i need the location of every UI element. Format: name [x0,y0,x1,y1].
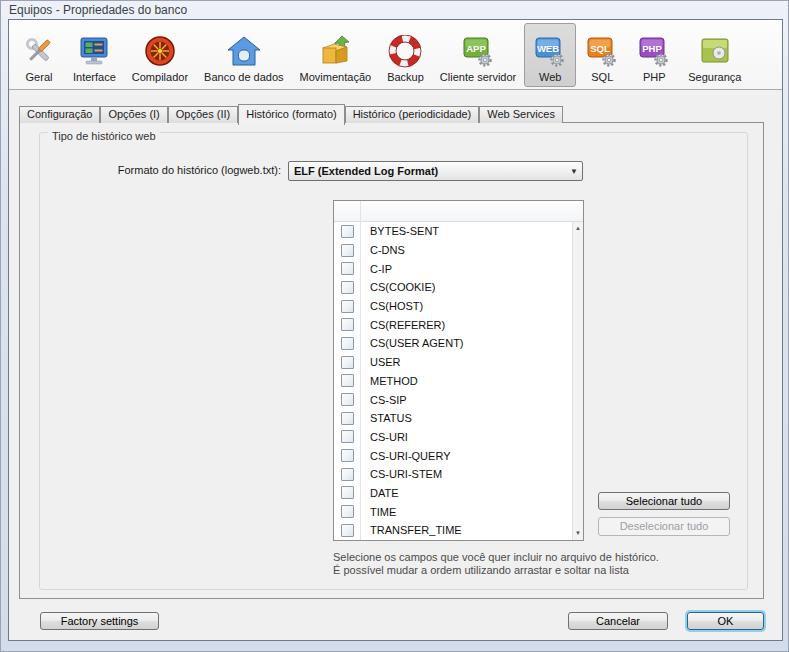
tools-icon [21,35,57,69]
tab-opcoes-2[interactable]: Opções (II) [168,106,238,123]
toolbar-item-seguranca[interactable]: Segurança [680,23,749,87]
tab-opcoes-1[interactable]: Opções (I) [100,106,167,123]
gear-icon [656,55,667,66]
web-log-type-group: Tipo de histórico web Formato do históri… [39,132,748,590]
toolbar-item-label: PHP [643,71,666,83]
field-checkbox[interactable] [341,412,354,425]
toolbar-item-label: Compilador [132,71,188,83]
settings-tabs: Configuração Opções (I) Opções (II) Hist… [19,105,563,123]
cancel-button[interactable]: Cancelar [568,612,668,630]
scroll-up-icon[interactable]: ▲ [573,223,583,234]
field-label: METHOD [361,375,418,387]
list-item[interactable]: METHOD [334,372,572,391]
gear-icon [552,55,563,66]
list-item[interactable]: TRANSFER_TIME [334,521,572,540]
field-checkbox[interactable] [341,337,354,350]
toolbar-item-banco-de-dados[interactable]: Banco de dados [196,23,292,87]
field-label: CS-URI-QUERY [361,450,450,462]
list-item[interactable]: CS(HOST) [334,297,572,316]
list-item[interactable]: CS-SIP [334,390,572,409]
field-checkbox[interactable] [341,449,354,462]
field-checkbox[interactable] [341,430,354,443]
dialog-client-area: Geral Interface [8,19,783,641]
field-checkbox[interactable] [341,318,354,331]
list-item[interactable]: TIME [334,502,572,521]
toolbar-item-geral[interactable]: Geral [13,23,65,87]
field-label: CS(USER AGENT) [361,337,464,349]
toolbar-item-php[interactable]: PHP PHP [628,23,680,87]
field-label: CS(COOKIE) [361,281,435,293]
toolbar-item-label: Segurança [688,71,741,83]
tab-historico-periodicidade[interactable]: Histórico (periodicidade) [345,106,480,123]
field-checkbox[interactable] [341,300,354,313]
factory-settings-button[interactable]: Factory settings [40,612,159,630]
toolbar-item-web[interactable]: WEB Web [524,23,576,87]
log-fields-list[interactable]: BYTES-SENT C-DNS C-IP CS(COOKIE) CS(HOST… [333,200,584,541]
tab-web-services[interactable]: Web Services [479,106,563,123]
field-label: CS-SIP [361,394,407,406]
field-label: DATE [361,487,399,499]
list-hint-text: Selecione os campos que você quer inclui… [333,551,763,576]
toolbar-item-sql[interactable]: SQL SQL [576,23,628,87]
toolbar-item-backup[interactable]: Backup [379,23,432,87]
list-item[interactable]: CS-URI-STEM [334,465,572,484]
toolbar-item-interface[interactable]: Interface [65,23,124,87]
field-checkbox[interactable] [341,281,354,294]
list-item[interactable]: DATE [334,484,572,503]
database-house-icon [226,35,262,69]
list-item[interactable]: BYTES-SENT [334,222,572,241]
tab-historico-formato[interactable]: Histórico (formato) [238,104,344,125]
field-label: CS(HOST) [361,300,423,312]
list-item[interactable]: CS-URI-QUERY [334,446,572,465]
app-gear-icon: APP [460,35,496,69]
toolbar-item-cliente-servidor[interactable]: APP Cliente servidor [432,23,524,87]
list-item[interactable]: CS-URI [334,428,572,447]
titlebar[interactable]: Equipos - Propriedades do banco [1,1,788,19]
svg-text:PHP: PHP [642,43,662,54]
field-checkbox[interactable] [341,524,354,537]
field-checkbox[interactable] [341,225,354,238]
ok-button[interactable]: OK [687,612,764,630]
toolbar-item-compilador[interactable]: Compilador [124,23,196,87]
list-item[interactable]: STATUS [334,409,572,428]
field-label: C-DNS [361,244,405,256]
field-checkbox[interactable] [341,393,354,406]
hint-line-2: É possível mudar a ordem utilizando arra… [333,564,763,577]
list-item[interactable]: CS(REFERER) [334,315,572,334]
toolbar-item-label: Interface [73,71,116,83]
field-checkbox[interactable] [341,505,354,518]
field-checkbox[interactable] [341,262,354,275]
web-gear-icon: WEB [532,35,568,69]
field-checkbox[interactable] [341,374,354,387]
field-label: CS(REFERER) [361,319,445,331]
list-item[interactable]: USER [334,353,572,372]
tab-configuracao[interactable]: Configuração [19,106,100,123]
gear-icon [604,55,615,66]
window-title: Equipos - Propriedades do banco [9,3,187,17]
list-scrollbar[interactable]: ▲ ▼ [572,222,583,540]
list-item[interactable]: C-DNS [334,241,572,260]
list-item[interactable]: C-IP [334,259,572,278]
package-arrow-icon [317,35,353,69]
list-header [334,201,583,222]
list-item[interactable]: CS(COOKIE) [334,278,572,297]
toolbar-item-label: Cliente servidor [440,71,516,83]
field-checkbox[interactable] [341,356,354,369]
log-format-select[interactable]: ELF (Extended Log Format) ▼ [288,161,583,181]
column-divider [360,201,361,540]
chevron-down-icon: ▼ [566,167,582,176]
field-checkbox[interactable] [341,486,354,499]
field-checkbox[interactable] [341,468,354,481]
select-all-button[interactable]: Selecionar tudo [598,492,730,510]
toolbar-item-label: Geral [26,71,53,83]
properties-dialog: Equipos - Propriedades do banco Geral [0,0,789,652]
toolbar-item-movimentacao[interactable]: Movimentação [292,23,380,87]
field-label: STATUS [361,412,412,424]
group-title: Tipo de histórico web [48,130,160,142]
list-item[interactable]: CS(USER AGENT) [334,334,572,353]
scroll-down-icon[interactable]: ▼ [573,528,583,539]
field-checkbox[interactable] [341,244,354,257]
tab-page-historico-formato: Tipo de histórico web Formato do históri… [19,122,764,599]
field-label: BYTES-SENT [361,225,439,237]
deselect-all-button[interactable]: Deselecionar tudo [598,517,730,536]
